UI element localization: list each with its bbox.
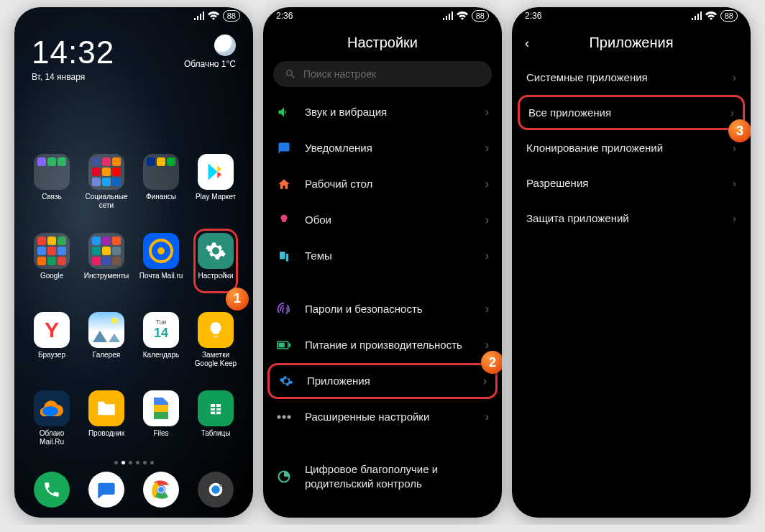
- app-sheets[interactable]: Таблицы: [190, 390, 242, 458]
- signal-icon: [194, 12, 204, 20]
- app-keep[interactable]: Заметки Google Keep: [190, 312, 242, 380]
- row-protect-apps[interactable]: Защита приложений ›: [512, 201, 751, 236]
- settings-search[interactable]: Поиск настроек: [273, 61, 492, 87]
- chevron-right-icon: ›: [485, 106, 489, 119]
- signal-icon: [692, 12, 702, 20]
- row-all-apps[interactable]: Все приложения › 3: [518, 95, 745, 130]
- row-sound[interactable]: Звук и вибрация ›: [263, 94, 502, 130]
- svg-point-6: [211, 485, 220, 494]
- phone-apps-screen: 2:36 88 ‹ Приложения Системные приложени…: [512, 7, 751, 518]
- dock-phone[interactable]: [34, 472, 70, 508]
- row-permissions[interactable]: Разрешения ›: [512, 165, 751, 201]
- page-indicator: [14, 458, 253, 469]
- status-bar: 88: [14, 7, 253, 24]
- phone-icon: [42, 480, 61, 499]
- weather-icon: [214, 35, 236, 56]
- row-system-apps[interactable]: Системные приложения ›: [512, 60, 751, 95]
- folder-connectivity[interactable]: Связь: [26, 154, 78, 221]
- row-themes[interactable]: Темы ›: [263, 238, 502, 274]
- row-apps[interactable]: Приложения › 2: [267, 363, 498, 399]
- chevron-right-icon: ›: [730, 106, 734, 119]
- app-explorer[interactable]: Проводник: [81, 390, 132, 458]
- camera-icon: [206, 480, 226, 500]
- row-wellbeing[interactable]: Цифровое благополучие и родительский кон…: [263, 452, 502, 500]
- chevron-right-icon: ›: [485, 214, 489, 226]
- svg-rect-10: [279, 343, 285, 348]
- themes-icon: [276, 248, 292, 264]
- folder-icon: [96, 400, 116, 417]
- wifi-icon: [457, 12, 468, 20]
- app-mail[interactable]: Почта Mail.ru: [135, 233, 187, 301]
- app-grid: Связь Социальные сети Финансы Play Марке…: [14, 154, 253, 458]
- search-placeholder: Поиск настроек: [303, 68, 376, 80]
- wifi-icon: [705, 12, 717, 20]
- app-settings[interactable]: Настройки 1: [190, 233, 242, 301]
- dock-camera[interactable]: [198, 472, 234, 508]
- status-time: 2:36: [525, 11, 541, 21]
- weather-widget[interactable]: Облачно 1°C: [184, 35, 236, 82]
- row-advanced[interactable]: Расширенные настройки ›: [263, 399, 502, 435]
- callout-2: 2: [481, 351, 502, 374]
- status-bar: 2:36 88: [512, 7, 751, 24]
- signal-icon: [443, 12, 453, 20]
- battery-indicator: 88: [223, 10, 240, 22]
- folder-finance[interactable]: Финансы: [135, 154, 187, 221]
- callout-3: 3: [728, 119, 751, 142]
- row-power[interactable]: Питание и производительность ›: [263, 327, 502, 363]
- apps-list: Системные приложения › Все приложения › …: [512, 60, 751, 518]
- sound-icon: [276, 104, 292, 120]
- row-clone-apps[interactable]: Клонирование приложений ›: [512, 130, 751, 165]
- messages-icon: [96, 480, 116, 500]
- settings-title: Настройки: [263, 24, 502, 60]
- home-header: 14:32 Вт, 14 января Облачно 1°C: [14, 24, 253, 82]
- chevron-right-icon: ›: [485, 249, 489, 262]
- lightbulb-icon: [206, 321, 225, 339]
- dock-messages[interactable]: [88, 472, 124, 508]
- dots-icon: [276, 409, 292, 425]
- settings-list: Звук и вибрация › Уведомления › Рабочий …: [263, 94, 502, 518]
- svg-rect-9: [289, 344, 291, 347]
- battery-indicator: 88: [720, 10, 738, 22]
- status-time: 2:36: [276, 11, 293, 21]
- svg-point-11: [278, 416, 281, 419]
- apps-title: ‹ Приложения: [512, 24, 751, 60]
- app-calendar[interactable]: Tue 14 Календарь: [135, 312, 187, 380]
- status-bar: 2:36 88: [263, 7, 502, 24]
- dock-chrome[interactable]: [143, 472, 179, 508]
- back-button[interactable]: ‹: [525, 36, 529, 51]
- wellbeing-icon: [276, 469, 292, 485]
- svg-point-7: [219, 484, 222, 487]
- row-wallpaper[interactable]: Обои ›: [263, 202, 502, 238]
- svg-point-12: [283, 416, 286, 419]
- row-desktop[interactable]: Рабочий стол ›: [263, 166, 502, 202]
- clock-date: Вт, 14 января: [32, 72, 114, 82]
- wifi-icon: [208, 12, 219, 20]
- chevron-right-icon: ›: [733, 177, 736, 189]
- chevron-right-icon: ›: [485, 303, 489, 316]
- chevron-right-icon: ›: [485, 178, 489, 191]
- callout-1: 1: [226, 288, 249, 311]
- app-play-market[interactable]: Play Маркет: [190, 154, 242, 221]
- wallpaper-icon: [276, 212, 292, 228]
- folder-tools[interactable]: Инструменты: [81, 233, 132, 301]
- app-gallery[interactable]: Галерея: [81, 312, 132, 380]
- phone-settings-screen: 2:36 88 Настройки Поиск настроек Звук и …: [263, 7, 502, 518]
- svg-point-13: [288, 416, 291, 419]
- chevron-right-icon: ›: [485, 411, 489, 423]
- row-notifications[interactable]: Уведомления ›: [263, 130, 502, 166]
- chevron-right-icon: ›: [485, 339, 489, 352]
- app-files[interactable]: Files: [135, 390, 187, 458]
- app-browser[interactable]: Y Браузер: [26, 312, 78, 380]
- apps-icon: [278, 373, 294, 389]
- phone-home-screen: 88 14:32 Вт, 14 января Облачно 1°C Связь…: [14, 7, 253, 518]
- fingerprint-icon: [276, 301, 292, 317]
- chevron-right-icon: ›: [733, 71, 736, 83]
- row-passwords[interactable]: Пароли и безопасность ›: [263, 291, 502, 327]
- dock: [14, 469, 253, 518]
- folder-google[interactable]: Google: [26, 233, 78, 301]
- app-cloud[interactable]: Облако Mail.Ru: [26, 390, 78, 458]
- chevron-right-icon: ›: [483, 375, 487, 387]
- battery-indicator: 88: [472, 10, 489, 22]
- folder-social[interactable]: Социальные сети: [81, 154, 132, 221]
- search-icon: [285, 68, 296, 80]
